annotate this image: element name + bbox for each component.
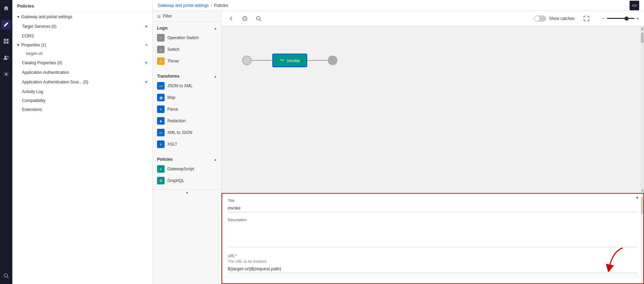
switch-icon: ◇ xyxy=(157,46,165,53)
filter-button[interactable]: ⚌ Filter xyxy=(153,11,221,22)
sidebar-item-cors[interactable]: CORS xyxy=(12,32,153,41)
sidebar-section-properties-label: Properties (1) xyxy=(21,43,46,47)
zoom-in-button[interactable]: + xyxy=(636,16,639,21)
properties-body: Title Description URL* xyxy=(222,194,643,283)
json-to-xml-label: JSON to XML xyxy=(167,83,192,88)
parse-label: Parse xyxy=(167,107,178,112)
policy-item-operation-switch[interactable]: ◇ Operation Switch xyxy=(153,32,221,44)
svg-point-6 xyxy=(5,73,7,75)
sidebar-item-app-auth-sour[interactable]: Application Authentication Sour... (0) + xyxy=(12,77,153,87)
zoom-controls: − + xyxy=(602,16,639,21)
add-properties-icon[interactable]: + xyxy=(145,43,148,47)
url-sublabel: The URL to be invoked. xyxy=(228,259,638,263)
xml-to-json-icon: {x} xyxy=(157,129,165,136)
chevron-down-icon: ▾ xyxy=(17,14,19,19)
sidebar-item-app-auth-label: Application Authentication xyxy=(22,70,69,75)
policy-item-redaction[interactable]: ◈ Redaction xyxy=(153,115,221,127)
policy-item-parse[interactable]: ≡ Parse xyxy=(153,103,221,115)
policy-item-graphql[interactable]: ⚙ GraphQL xyxy=(153,175,221,186)
logic-section-label: Logic xyxy=(157,26,168,31)
sidebar-header: Policies xyxy=(12,0,153,12)
nav-search[interactable] xyxy=(1,271,11,281)
policy-item-xml-to-json[interactable]: {x} XML to JSON xyxy=(153,127,221,138)
gatewayscript-icon: ≡ xyxy=(157,165,165,173)
sidebar-item-app-auth-sour-label: Application Authentication Sour... (0) xyxy=(22,80,88,84)
zoom-slider[interactable] xyxy=(607,18,634,19)
sidebar-item-compatibility[interactable]: Compatibility xyxy=(12,96,153,105)
transforms-chevron-icon: ▲ xyxy=(214,75,217,78)
canvas-scroll-up[interactable]: ▲ xyxy=(641,26,644,31)
sidebar-item-target-url[interactable]: target-url xyxy=(12,49,153,58)
url-input[interactable] xyxy=(228,265,638,273)
sidebar-item-catalog-label: Catalog Properties (0) xyxy=(22,60,62,65)
redaction-icon: ◈ xyxy=(157,117,165,125)
transforms-section-header[interactable]: Transforms ▲ xyxy=(153,72,221,80)
title-input[interactable] xyxy=(228,204,638,212)
panel-scroll-down[interactable]: ▼ xyxy=(153,189,221,196)
policies-chevron-icon: ▲ xyxy=(214,158,217,161)
code-view-button[interactable]: </> xyxy=(630,1,639,10)
invoke-node[interactable]: 〜 invoke xyxy=(272,54,307,67)
svg-rect-2 xyxy=(4,42,6,44)
policies-section-header[interactable]: Policies ▲ xyxy=(153,156,221,163)
operation-switch-label: Operation Switch xyxy=(167,35,199,40)
description-input[interactable] xyxy=(228,223,638,247)
show-catches-toggle[interactable] xyxy=(534,15,546,22)
sidebar-item-activity-log[interactable]: Activity Log xyxy=(12,87,153,96)
chevron-down-icon-2: ▾ xyxy=(17,43,19,47)
add-catalog-icon[interactable]: + xyxy=(145,60,148,66)
url-field: URL* The URL to be invoked. xyxy=(228,254,638,273)
svg-line-8 xyxy=(7,277,9,278)
policy-section-policies: Policies ▲ ≡ GatewayScript ⚙ GraphQL xyxy=(153,153,221,189)
nav-edit[interactable] xyxy=(1,20,11,30)
policy-item-throw[interactable]: ⚠ Throw xyxy=(153,55,221,67)
fullscreen-button[interactable] xyxy=(582,14,591,23)
breadcrumb-link[interactable]: Gateway and portal settings xyxy=(158,3,209,8)
sidebar-item-catalog-props[interactable]: Catalog Properties (0) + xyxy=(12,58,153,68)
logic-chevron-icon: ▲ xyxy=(214,26,217,30)
history-button[interactable] xyxy=(240,14,250,23)
canvas-scrollbar[interactable] xyxy=(641,31,644,188)
policy-item-switch[interactable]: ◇ Switch xyxy=(153,44,221,55)
scroll-down-icon: ▼ xyxy=(186,191,189,195)
policy-item-xslt[interactable]: ≡ XSLT xyxy=(153,138,221,150)
nav-home[interactable] xyxy=(1,3,11,13)
throw-label: Throw xyxy=(167,59,179,64)
policy-item-map[interactable]: ▦ Map xyxy=(153,92,221,103)
back-button[interactable] xyxy=(226,14,236,23)
sidebar-item-activity-log-label: Activity Log xyxy=(22,89,43,94)
nav-grid[interactable] xyxy=(1,36,11,46)
sidebar-section-properties[interactable]: ▾ Properties (1) + xyxy=(12,41,153,49)
throw-icon: ⚠ xyxy=(157,57,165,65)
properties-scrollbar[interactable] xyxy=(641,194,643,283)
canvas-toolbar: Show catches − + xyxy=(222,11,644,26)
policy-item-json-to-xml[interactable]: {x} JSON to XML xyxy=(153,80,221,92)
properties-collapse-button[interactable]: ▲ xyxy=(635,195,639,199)
graph-end-node[interactable] xyxy=(328,56,337,65)
canvas-scroll-down[interactable]: ▼ xyxy=(641,188,644,193)
policy-item-gatewayscript[interactable]: ≡ GatewayScript xyxy=(153,163,221,175)
sidebar-item-target-services[interactable]: Target Services (0) + xyxy=(12,21,153,32)
breadcrumb-current: Policies xyxy=(214,3,228,8)
xslt-label: XSLT xyxy=(167,142,177,147)
sidebar-item-compatibility-label: Compatibility xyxy=(22,98,46,103)
json-to-xml-icon: {x} xyxy=(157,82,165,90)
logic-section-header[interactable]: Logic ▲ xyxy=(153,24,221,32)
svg-rect-3 xyxy=(7,42,9,44)
search-canvas-button[interactable] xyxy=(254,14,263,23)
sidebar-item-app-auth[interactable]: Application Authentication xyxy=(12,68,153,77)
nav-settings[interactable] xyxy=(1,69,11,79)
graph-start-node[interactable] xyxy=(242,56,252,65)
canvas-graph[interactable]: ▲ ▼ 〜 invoke xyxy=(222,26,644,193)
sidebar-item-extensions[interactable]: Extensions xyxy=(12,105,153,114)
redaction-label: Redaction xyxy=(167,118,186,123)
add-target-services-icon[interactable]: + xyxy=(145,23,148,30)
add-app-auth-sour-icon[interactable]: + xyxy=(145,79,148,85)
zoom-out-button[interactable]: − xyxy=(602,16,605,21)
svg-line-11 xyxy=(260,20,261,21)
breadcrumb-separator: / xyxy=(211,3,212,8)
switch-label: Switch xyxy=(167,47,179,52)
sidebar-section-gateway[interactable]: ▾ Gateway and portal settings xyxy=(12,12,153,21)
gatewayscript-label: GatewayScript xyxy=(167,167,194,171)
nav-users[interactable] xyxy=(1,53,11,63)
